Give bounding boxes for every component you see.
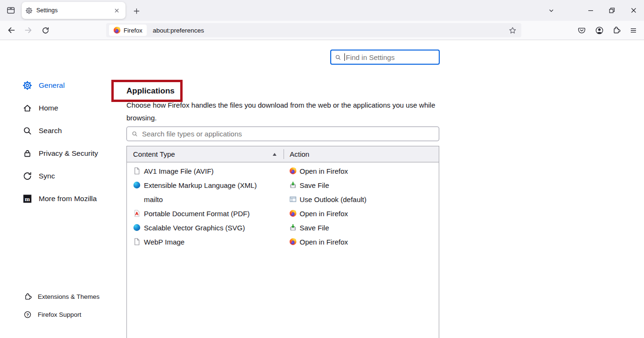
menu-button[interactable] <box>626 23 641 38</box>
find-in-settings-input[interactable] <box>345 53 435 61</box>
hamburger-icon <box>629 26 637 34</box>
filetype-search-input[interactable] <box>141 129 434 138</box>
sidebar-item-general[interactable]: General <box>23 74 98 97</box>
settings-sidebar: General Home Search Privacy & Security S… <box>23 74 98 210</box>
edge-icon <box>133 224 141 231</box>
close-icon <box>630 7 637 14</box>
find-in-settings-box[interactable] <box>330 50 440 65</box>
save-icon <box>289 224 297 231</box>
forward-arrow-icon <box>24 26 33 34</box>
tab-settings[interactable]: Settings <box>22 2 125 19</box>
reload-icon <box>42 26 50 34</box>
content-type-cell: Portable Document Format (PDF) <box>133 210 289 218</box>
list-all-tabs-button[interactable] <box>543 3 559 18</box>
sync-icon <box>23 171 32 181</box>
close-window-button[interactable] <box>626 3 642 18</box>
bookmark-star-button[interactable] <box>506 24 519 36</box>
action-cell: Use Outlook (default) <box>289 195 367 203</box>
table-row[interactable]: AV1 Image File (AVIF) Open in Firefox <box>127 164 439 178</box>
content-type-cell: AV1 Image File (AVIF) <box>133 167 289 175</box>
browser-window: Settings <box>0 0 644 338</box>
table-body: AV1 Image File (AVIF) Open in Firefox Ex… <box>127 162 439 249</box>
tab-bar: Settings <box>0 0 644 21</box>
search-icon <box>23 126 32 135</box>
new-tab-button[interactable] <box>129 4 143 18</box>
sort-ascending-icon <box>273 153 276 156</box>
restore-window-button[interactable] <box>604 3 620 18</box>
file-icon <box>133 238 141 245</box>
firefox-icon <box>289 167 297 175</box>
section-description: Choose how Firefox handles the files you… <box>126 99 442 124</box>
action-cell: Save File <box>289 224 329 232</box>
table-row[interactable]: WebP Image Open in Firefox <box>127 235 439 249</box>
action-cell: Open in Firefox <box>289 167 348 175</box>
edge-icon <box>133 181 141 189</box>
handlers-table: Content Type Action AV1 Image File (AVIF… <box>126 146 439 338</box>
home-icon <box>23 103 32 113</box>
pocket-icon <box>577 26 586 34</box>
account-button[interactable] <box>592 23 607 38</box>
site-identity-chip[interactable]: Firefox <box>109 25 147 36</box>
restore-icon <box>608 7 616 14</box>
action-cell: Open in Firefox <box>289 210 348 218</box>
column-header-action[interactable]: Action <box>284 146 439 162</box>
sidebar-item-search[interactable]: Search <box>23 119 98 142</box>
content-type-cell: mailto <box>133 195 289 203</box>
close-tab-button[interactable] <box>111 5 122 16</box>
sidebar-item-extensions-themes[interactable]: Extensions & Themes <box>24 287 100 305</box>
chevron-down-icon <box>548 7 555 14</box>
tab-title: Settings <box>36 7 111 14</box>
sidebar-item-more-from-mozilla[interactable]: More from Mozilla <box>23 187 98 210</box>
firefox-view-button[interactable] <box>3 2 19 18</box>
file-icon <box>133 167 141 175</box>
gear-icon <box>23 81 32 90</box>
sidebar-item-home[interactable]: Home <box>23 97 98 119</box>
sidebar-item-privacy-security[interactable]: Privacy & Security <box>23 142 98 165</box>
content-type-cell: Extensible Markup Language (XML) <box>133 181 289 189</box>
column-header-content-type[interactable]: Content Type <box>127 146 284 162</box>
address-bar[interactable]: Firefox about:preferences <box>106 23 521 37</box>
puzzle-icon <box>24 293 32 301</box>
lock-icon <box>23 149 32 158</box>
minimize-icon <box>587 7 594 14</box>
mozilla-icon <box>23 194 32 203</box>
navigation-toolbar: Firefox about:preferences <box>0 21 644 40</box>
minimize-button[interactable] <box>583 3 599 18</box>
search-icon <box>132 131 138 137</box>
action-cell: Save File <box>289 181 329 189</box>
firefox-icon <box>289 238 297 245</box>
table-row[interactable]: Portable Document Format (PDF) Open in F… <box>127 206 439 220</box>
plus-icon <box>133 8 140 15</box>
search-icon <box>335 54 341 60</box>
save-icon <box>289 181 297 189</box>
pdf-icon <box>133 210 141 217</box>
firefox-icon <box>289 210 297 217</box>
url-text: about:preferences <box>153 27 204 34</box>
content-type-cell: WebP Image <box>133 238 289 246</box>
star-icon <box>509 26 517 34</box>
site-identity-label: Firefox <box>124 27 142 34</box>
sidebar-item-sync[interactable]: Sync <box>23 165 98 187</box>
filetype-search-box[interactable] <box>126 127 439 141</box>
table-row[interactable]: mailto Use Outlook (default) <box>127 192 439 206</box>
table-header: Content Type Action <box>127 146 439 162</box>
back-arrow-icon <box>7 26 16 34</box>
settings-sidebar-footer: Extensions & Themes Firefox Support <box>24 287 100 323</box>
outlook-icon <box>289 195 297 203</box>
action-cell: Open in Firefox <box>289 238 348 246</box>
reload-button[interactable] <box>38 23 53 38</box>
content-type-cell: Scalable Vector Graphics (SVG) <box>133 224 289 232</box>
help-icon <box>24 311 32 319</box>
puzzle-icon <box>612 26 620 34</box>
firefox-view-icon <box>6 6 16 15</box>
sidebar-item-firefox-support[interactable]: Firefox Support <box>24 305 100 323</box>
table-row[interactable]: Scalable Vector Graphics (SVG) Save File <box>127 220 439 235</box>
settings-page: General Home Search Privacy & Security S… <box>0 40 644 338</box>
account-icon <box>595 26 604 35</box>
forward-button[interactable] <box>21 23 36 38</box>
extensions-button[interactable] <box>609 23 624 38</box>
close-icon <box>114 8 119 13</box>
pocket-button[interactable] <box>574 23 589 38</box>
table-row[interactable]: Extensible Markup Language (XML) Save Fi… <box>127 178 439 192</box>
back-button[interactable] <box>4 23 19 38</box>
